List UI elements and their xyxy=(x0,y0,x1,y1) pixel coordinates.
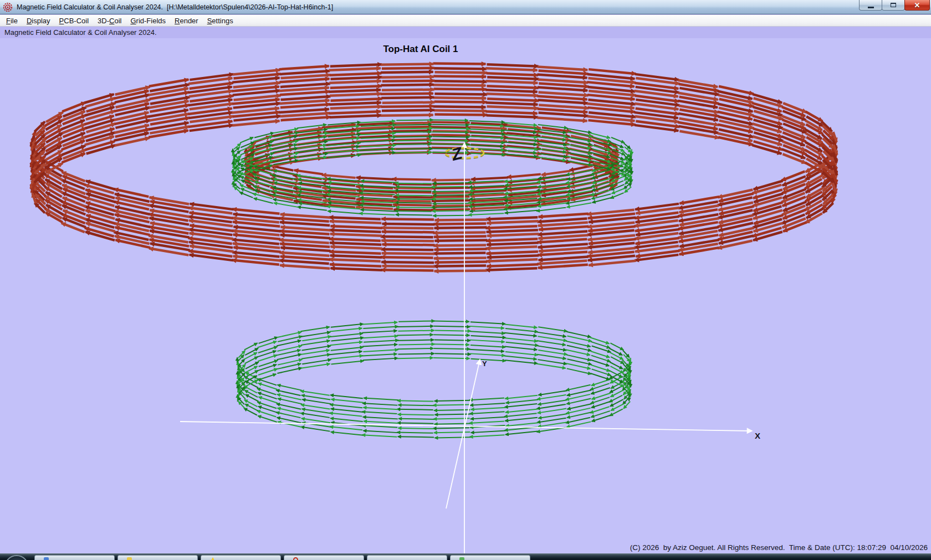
titlebar[interactable]: Magnetic Field Calculator & Coil Analyse… xyxy=(0,0,931,14)
menu-item-3d-coil[interactable]: 3D-Coil xyxy=(93,15,126,27)
start-button[interactable] xyxy=(4,555,29,560)
minimize-button[interactable] xyxy=(859,0,882,11)
y-axis-label: Y xyxy=(482,359,487,368)
taskbar[interactable] xyxy=(0,553,931,560)
menu-item-display[interactable]: Display xyxy=(22,15,55,27)
window-icon xyxy=(44,557,49,560)
folder-icon xyxy=(127,557,132,560)
scene-background xyxy=(0,0,931,560)
close-icon: ✕ xyxy=(914,2,920,9)
menu-item-file[interactable]: File xyxy=(2,15,22,27)
menu-bar: FileDisplayPCB-Coil3D-CoilGrid-FieldsRen… xyxy=(0,15,931,27)
document-icon xyxy=(459,557,464,560)
menu-item-pcb-coil[interactable]: PCB-Coil xyxy=(55,15,93,27)
taskbar-button-2[interactable] xyxy=(117,555,198,560)
taskbar-button-4[interactable] xyxy=(284,555,364,560)
warning-icon xyxy=(210,557,216,560)
taskbar-button-5[interactable] xyxy=(367,555,447,560)
close-button[interactable]: ✕ xyxy=(904,0,930,11)
window-controls: ✕ xyxy=(860,0,930,11)
x-axis-label: X xyxy=(755,431,760,440)
menu-item-grid-fields[interactable]: Grid-Fields xyxy=(126,15,170,27)
window-title: Magnetic Field Calculator & Coil Analyse… xyxy=(17,3,333,11)
app-window: XYZ Magnetic Field Calculator & Coil Ana… xyxy=(0,0,931,560)
maximize-button[interactable] xyxy=(882,0,905,11)
menu-item-settings[interactable]: Settings xyxy=(203,15,238,27)
taskbar-button-3[interactable] xyxy=(201,555,281,560)
copyright-text: (C) 2026 by Aziz Oeguet. All Rights Rese… xyxy=(630,543,928,552)
taskbar-button-1[interactable] xyxy=(34,555,115,560)
status-line: Magnetic Field Calculator & Coil Analyse… xyxy=(4,28,157,37)
coil-app-icon xyxy=(293,557,298,560)
red-coil-app-icon xyxy=(3,2,13,12)
minimize-icon xyxy=(868,7,874,8)
view-heading: Top-Hat AI Coil 1 xyxy=(383,44,458,55)
menu-item-render[interactable]: Render xyxy=(170,15,203,27)
taskbar-button-6[interactable] xyxy=(450,555,530,560)
scene-canvas[interactable]: XYZ xyxy=(0,0,931,560)
maximize-icon xyxy=(891,3,896,7)
